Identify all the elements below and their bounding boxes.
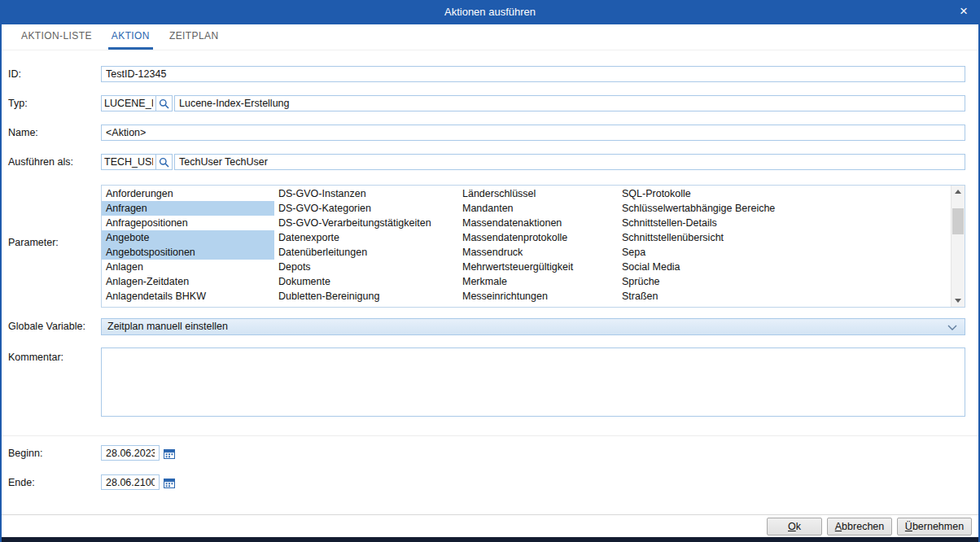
ok-button-label: Ok [768,521,821,532]
dialog-window: Aktionen ausführen × AKTION-LISTE AKTION… [0,0,980,542]
typ-label: Typ: [8,95,28,111]
ende-date-input[interactable] [101,474,160,490]
parameter-item[interactable]: Mandanten [458,201,618,216]
name-label: Name: [8,125,38,141]
scrollbar-down-button[interactable] [952,295,965,307]
parameter-item[interactable]: Anfragen [102,201,274,216]
parameter-item[interactable]: Anlagen [102,260,274,274]
parameter-item[interactable]: DS-GVO-Kategorien [274,201,458,216]
name-input[interactable] [101,125,965,141]
parameter-scrollbar[interactable] [951,186,965,307]
typ-description: Lucene-Index-Erstellung [174,95,965,111]
ausfuehren-als-lookup-button[interactable] [156,154,173,170]
ende-calendar-button[interactable] [162,476,177,489]
parameter-item[interactable]: Dokumente [274,274,458,289]
close-button[interactable]: × [947,0,980,24]
footer-bar: Ok Abbrechen Übernehmen [2,515,978,537]
tab-aktion-liste[interactable]: AKTION-LISTE [18,24,95,50]
parameter-list[interactable]: AnforderungenAnfragenAnfragepositionenAn… [101,185,965,308]
parameter-item[interactable]: Merkmale [458,274,618,289]
parameter-columns: AnforderungenAnfragenAnfragepositionenAn… [102,186,951,307]
parameter-item[interactable]: Dubletten-Bereinigung [274,289,458,304]
parameter-label: Parameter: [8,234,59,251]
tab-zeitplan[interactable]: ZEITPLAN [166,24,222,50]
parameter-item[interactable]: Anfragepositionen [102,216,274,230]
parameter-item[interactable]: Schnittstellen-Details [618,216,951,230]
parameter-item[interactable]: Depots [274,260,458,274]
parameter-item[interactable]: Mehrwertsteuergültigkeit [458,260,618,274]
scrollbar-thumb[interactable] [952,208,964,234]
tab-bar: AKTION-LISTE AKTION ZEITPLAN [2,24,978,50]
window-title: Aktionen ausführen [0,0,980,24]
globale-variable-select[interactable]: Zeitplan manuell einstellen [101,318,965,335]
separator [2,435,978,436]
parameter-item[interactable]: DS-GVO-Instanzen [274,186,458,201]
ende-label: Ende: [8,474,35,491]
parameter-item[interactable]: Schlüsselwertabhängige Bereiche [618,201,951,216]
parameter-item[interactable]: SQL-Protokolle [618,186,951,201]
parameter-item[interactable]: Anforderungen [102,186,274,201]
parameter-item[interactable]: Angebote [102,230,274,245]
parameter-item[interactable]: Dubletten-Erfassung [274,304,458,307]
parameter-item[interactable]: Straßen [618,289,951,304]
ok-button[interactable]: Ok [767,518,822,535]
abbrechen-button-label: Abbrechen [828,521,891,532]
typ-lookup-button[interactable] [156,95,173,111]
ausfuehren-als-description: TechUser TechUser [174,154,965,170]
parameter-item[interactable]: Angebotspositionen [102,245,274,260]
parameter-item[interactable]: Anlagendetails PV [102,304,274,307]
id-label: ID: [8,66,21,82]
beginn-date-input[interactable] [101,445,160,461]
parameter-item[interactable]: Sepa [618,245,951,260]
parameter-item[interactable]: Messeinrichtungen [458,289,618,304]
parameter-item[interactable]: Massendruck [458,245,618,260]
kommentar-label: Kommentar: [8,349,63,365]
window-bottom-edge [0,537,980,542]
globale-variable-label: Globale Variable: [8,318,85,334]
scroll-down-icon [955,299,961,303]
parameter-item[interactable]: Datenexporte [274,230,458,245]
parameter-item[interactable]: Anlagendetails BHKW [102,289,274,304]
parameter-item[interactable]: Massendatenaktionen [458,216,618,230]
kommentar-textarea[interactable] [101,347,965,417]
parameter-item[interactable]: DS-GVO-Verarbeitungstätigkeiten [274,216,458,230]
calendar-icon [164,448,175,459]
magnifier-icon [159,98,169,109]
parameter-item[interactable]: Suchindex [618,304,951,307]
scrollbar-up-button[interactable] [952,186,965,198]
beginn-calendar-button[interactable] [162,447,177,460]
uebernehmen-button[interactable]: Übernehmen [897,518,972,535]
tab-aktion[interactable]: AKTION [108,24,153,50]
globale-variable-value: Zeitplan manuell einstellen [102,319,965,334]
id-input[interactable] [101,66,965,82]
magnifier-icon [159,157,169,168]
scroll-up-icon [955,190,961,194]
parameter-item[interactable]: Anlagen-Zeitdaten [102,274,274,289]
parameter-item[interactable]: Länderschlüssel [458,186,618,201]
abbrechen-button[interactable]: Abbrechen [827,518,892,535]
ausfuehren-als-label: Ausführen als: [8,154,73,170]
beginn-label: Beginn: [8,445,42,461]
parameter-item[interactable]: Sprüche [618,274,951,289]
calendar-icon [164,478,175,488]
ausfuehren-als-code-input[interactable] [101,154,156,170]
parameter-item[interactable]: Mitarbeiter [458,304,618,307]
close-icon: × [960,3,968,19]
parameter-item[interactable]: Social Media [618,260,951,274]
uebernehmen-button-label: Übernehmen [898,521,971,532]
parameter-item[interactable]: Massendatenprotokolle [458,230,618,245]
chevron-down-icon [947,325,957,330]
typ-code-input[interactable] [101,95,156,111]
title-bar: Aktionen ausführen × [0,0,980,24]
parameter-item[interactable]: Schnittstellenübersicht [618,230,951,245]
parameter-item[interactable]: Datenüberleitungen [274,245,458,260]
